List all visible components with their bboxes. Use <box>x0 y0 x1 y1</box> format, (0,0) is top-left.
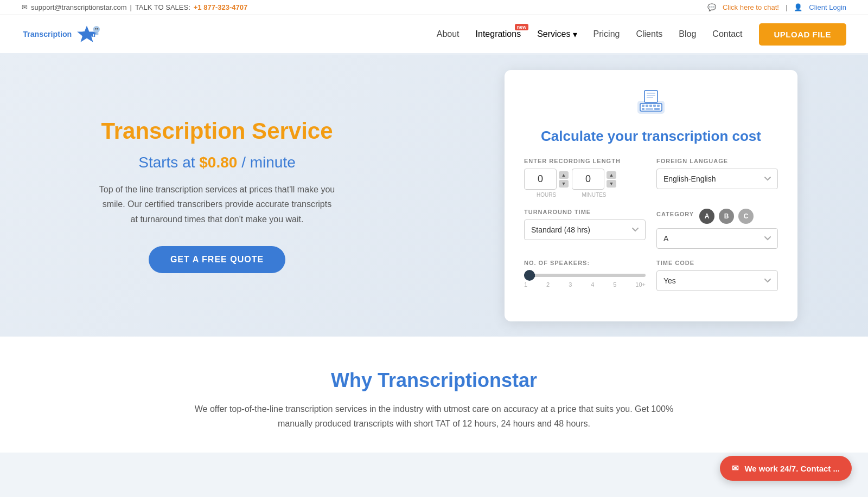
recording-label: ENTER RECORDING LENGTH <box>524 158 646 164</box>
svg-rect-9 <box>642 105 644 107</box>
svg-rect-17 <box>644 91 658 102</box>
get-quote-button[interactable]: GET A FREE QUOTE <box>149 246 285 273</box>
nav-blog[interactable]: Blog <box>679 29 696 39</box>
top-bar-right: 💬 Click here to chat! | 👤 Client Login <box>707 3 846 11</box>
recording-length-col: ENTER RECORDING LENGTH ▲ ▼ HOURS <box>524 158 646 198</box>
phone-link[interactable]: +1 877-323-4707 <box>194 3 247 11</box>
hero-left: Transcription Service Starts at $0.80 / … <box>0 55 434 337</box>
subtitle-prefix: Starts at <box>138 154 199 171</box>
chat-link[interactable]: Click here to chat! <box>723 3 779 11</box>
nav-services[interactable]: Services ▾ <box>537 29 577 40</box>
subtitle-suffix: / minute <box>241 154 296 171</box>
why-title: Why Transcriptionstar <box>22 369 846 392</box>
nav-integrations[interactable]: Integrations new <box>476 29 521 39</box>
top-bar: ✉ support@transcriptionstar.com | TALK T… <box>0 0 868 15</box>
timecode-col: TIME CODE Yes No <box>656 260 778 291</box>
svg-point-3 <box>95 28 97 30</box>
minutes-down-btn[interactable]: ▼ <box>607 180 616 188</box>
tick-3: 3 <box>569 281 572 288</box>
client-login-link[interactable]: Client Login <box>809 3 846 11</box>
category-select[interactable]: A B C <box>656 228 778 249</box>
email-icon: ✉ <box>22 3 28 11</box>
turnaround-select[interactable]: Standard (48 hrs) Rush (24 hrs) Super Ru… <box>524 220 646 240</box>
hero-description: Top of the line transcription services a… <box>98 182 336 227</box>
calc-title: Calculate your transcription cost <box>524 128 778 145</box>
timecode-select[interactable]: Yes No <box>656 270 778 291</box>
tick-5: 5 <box>613 281 616 288</box>
minutes-input-group: ▲ ▼ MINUTES <box>572 169 616 198</box>
svg-rect-13 <box>657 105 660 107</box>
hours-down-btn[interactable]: ▼ <box>559 180 569 188</box>
top-bar-left: ✉ support@transcriptionstar.com | TALK T… <box>22 3 247 11</box>
minutes-up-btn[interactable]: ▲ <box>607 171 616 179</box>
calc-row-1: ENTER RECORDING LENGTH ▲ ▼ HOURS <box>524 158 778 198</box>
pipe-sep: | <box>786 3 787 11</box>
hours-up-btn[interactable]: ▲ <box>559 171 569 179</box>
slider-ticks: 1 2 3 4 5 10+ <box>524 281 646 288</box>
tick-1: 1 <box>524 281 527 288</box>
svg-text:Transcription: Transcription <box>23 30 72 38</box>
calculator-card: Calculate your transcription cost ENTER … <box>505 70 797 321</box>
category-col: CATEGORY A B C A B C <box>656 209 778 249</box>
foreign-language-select[interactable]: English-English Spanish-English French-E… <box>656 169 778 189</box>
category-badge-a: A <box>699 209 714 224</box>
hours-input-group: ▲ ▼ HOURS <box>524 169 569 198</box>
speakers-slider[interactable] <box>524 274 646 277</box>
foreign-language-col: FOREIGN LANGUAGE English-English Spanish… <box>656 158 778 198</box>
tick-4: 4 <box>591 281 594 288</box>
category-badge-c: C <box>738 209 754 224</box>
chat-icon: 💬 <box>707 3 716 11</box>
calc-row-3: NO. OF SPEAKERS: 1 2 3 4 5 10+ <box>524 260 778 291</box>
minutes-input[interactable] <box>572 169 604 190</box>
svg-rect-15 <box>646 108 653 110</box>
why-description: We offer top-of-the-line transcription s… <box>190 402 678 431</box>
hours-stepper: ▲ ▼ <box>559 171 569 188</box>
upload-file-button[interactable]: UPLOAD FILE <box>759 23 847 46</box>
category-badges: A B C <box>699 209 754 224</box>
minutes-label: MINUTES <box>572 192 616 198</box>
svg-rect-10 <box>646 105 648 107</box>
new-badge: new <box>515 24 529 30</box>
speakers-label: NO. OF SPEAKERS: <box>524 260 590 266</box>
nav-about[interactable]: About <box>437 29 459 39</box>
calc-row-2: TURNAROUND TIME Standard (48 hrs) Rush (… <box>524 209 778 249</box>
separator: | <box>130 3 132 11</box>
talk-to-sales-label: TALK TO SALES: <box>135 3 190 11</box>
category-label: CATEGORY <box>656 211 694 217</box>
typewriter-icon <box>524 86 778 122</box>
turnaround-col: TURNAROUND TIME Standard (48 hrs) Rush (… <box>524 209 646 249</box>
hero-price: $0.80 <box>199 154 237 171</box>
hero-right: Calculate your transcription cost ENTER … <box>434 55 868 337</box>
svg-rect-14 <box>642 108 644 110</box>
tick-10plus: 10+ <box>635 281 646 288</box>
why-section: Why Transcriptionstar We offer top-of-th… <box>0 337 868 453</box>
tick-2: 2 <box>546 281 550 288</box>
svg-point-4 <box>97 28 99 30</box>
hours-label: HOURS <box>524 192 569 198</box>
nav-clients[interactable]: Clients <box>636 29 662 39</box>
turnaround-label: TURNAROUND TIME <box>524 209 646 215</box>
hero-title: Transcription Service <box>101 118 333 144</box>
nav-bar: Transcription Star About Integrations ne… <box>0 15 868 55</box>
time-inputs: ▲ ▼ HOURS ▲ ▼ <box>524 169 646 198</box>
svg-text:Star: Star <box>81 30 97 38</box>
timecode-label: TIME CODE <box>656 260 778 266</box>
speakers-slider-container: 1 2 3 4 5 10+ <box>524 269 646 288</box>
category-badge-b: B <box>719 209 734 224</box>
hero-section: Transcription Service Starts at $0.80 / … <box>0 55 868 337</box>
speakers-col: NO. OF SPEAKERS: 1 2 3 4 5 10+ <box>524 260 646 291</box>
logo-svg: Transcription Star <box>22 21 108 48</box>
svg-rect-16 <box>654 108 660 110</box>
svg-rect-12 <box>653 105 656 107</box>
minutes-stepper: ▲ ▼ <box>607 171 616 188</box>
support-email: support@transcriptionstar.com <box>31 3 127 11</box>
svg-rect-11 <box>649 105 652 107</box>
foreign-language-label: FOREIGN LANGUAGE <box>656 158 778 164</box>
nav-links: About Integrations new Services ▾ Pricin… <box>437 23 846 46</box>
hours-input[interactable] <box>524 169 557 190</box>
nav-pricing[interactable]: Pricing <box>593 29 620 39</box>
nav-contact[interactable]: Contact <box>712 29 742 39</box>
logo: Transcription Star <box>22 21 108 48</box>
hero-subtitle: Starts at $0.80 / minute <box>138 154 296 171</box>
chevron-icon: ▾ <box>573 29 577 40</box>
